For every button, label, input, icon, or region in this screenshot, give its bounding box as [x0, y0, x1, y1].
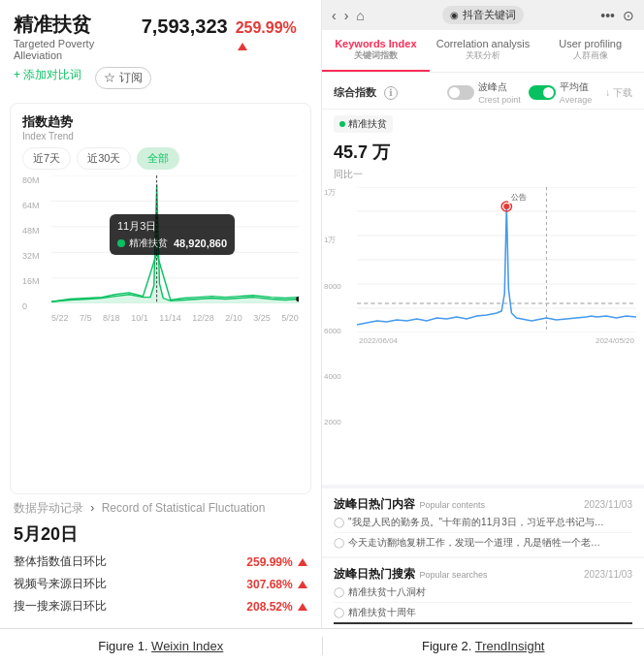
fluctuation-date: 5月20日 — [14, 522, 307, 546]
record-button[interactable]: ⊙ — [623, 8, 634, 23]
figure2-label: Figure 2. TrendInsight — [422, 639, 544, 653]
toggle-switch-average[interactable] — [529, 85, 556, 100]
nav-arrows: ‹ › ⌂ — [332, 8, 365, 23]
left-header: 精准扶贫 Targeted Poverty Alleviation 7,593,… — [0, 0, 321, 97]
content-icon-1: ◯ — [334, 517, 344, 527]
right-x-labels: 2022/06/04 2024/05/20 — [357, 336, 636, 345]
up-icon-2 — [298, 581, 307, 588]
popular-contents-section: 波峰日热门内容 Popular contents 2023/11/03 ◯ "我… — [322, 489, 644, 556]
popular-searches-header: 波峰日热门搜索 Popular searches 2023/11/03 — [334, 564, 632, 583]
search-icon-2: ◯ — [334, 607, 344, 617]
trendinsight-link[interactable]: TrendInsight — [475, 639, 545, 653]
announce-label: 公告 — [508, 191, 530, 204]
fluctuation-section: 数据异动记录 › Record of Statistical Fluctuati… — [0, 500, 321, 628]
popular-search-item-2: ◯ 精准扶贫十周年 — [334, 603, 632, 624]
top-bar-actions: ••• ⊙ — [600, 8, 634, 23]
stat-row-search: 搜一搜来源日环比 208.52% — [14, 598, 307, 615]
stat-row-overall: 整体指数值日环比 259.99% — [14, 553, 307, 570]
up-icon — [298, 558, 307, 566]
tooltip-dot-icon — [117, 239, 125, 247]
trend-up-icon — [238, 43, 247, 50]
forward-button[interactable]: › — [344, 8, 349, 23]
caption-bar: Figure 1. Weixin Index Figure 2. TrendIn… — [0, 628, 644, 663]
app-name-label: 抖音关键词 — [463, 8, 516, 22]
svg-point-19 — [503, 204, 509, 209]
tab-30days[interactable]: 近30天 — [77, 147, 131, 170]
add-compare-button[interactable]: + 添加对比词 — [14, 67, 81, 89]
badge-dot-icon — [339, 121, 345, 127]
index-value: 45.7 万 — [334, 142, 390, 162]
y-axis-labels: 80M64M48M32M16M0 — [22, 175, 51, 311]
popular-searches-subtitle: Popular searches — [419, 570, 487, 580]
stat-value-overall: 259.99% — [246, 555, 307, 569]
right-chart-area: 1万1万8000600040002000 — [322, 183, 644, 485]
breadcrumb-arrow: › — [90, 501, 97, 515]
weixin-index-link[interactable]: Weixin Index — [151, 639, 223, 653]
index-trend-chart-section: 指数趋势 Index Trend 近7天 近30天 全部 80M64M48M32… — [10, 103, 311, 494]
stat-label-overall: 整体指数值日环比 — [14, 553, 107, 570]
tab-label-correlation: Correlation analysis — [434, 38, 533, 49]
back-button[interactable]: ‹ — [332, 8, 337, 23]
popular-content-item-2: ◯ 今天走访翻地复耕工作，发现一个道理，凡是牺牲一个老… — [334, 533, 632, 552]
stat-row-video: 视频号来源日环比 307.68% — [14, 576, 307, 592]
index-label: 综合指数 — [334, 85, 376, 100]
line-chart: 80M64M48M32M16M0 — [22, 175, 299, 331]
popular-contents-date: 2023/11/03 — [584, 499, 632, 510]
tab-all[interactable]: 全部 — [137, 147, 179, 170]
stat-label-search: 搜一搜来源日环比 — [14, 598, 107, 615]
keyword-badge-row: 精准扶贫 — [322, 110, 644, 137]
subscribe-button[interactable]: ☆ 订阅 — [95, 67, 150, 89]
content-icon-2: ◯ — [334, 537, 344, 548]
keyword-subtitle: Targeted Poverty Alleviation — [14, 38, 142, 61]
home-button[interactable]: ⌂ — [356, 8, 364, 23]
index-bar: 综合指数 ℹ 波峰点Crest point 平均值Average ↓ 下载 — [322, 73, 644, 110]
chart-tooltip: 11月3日 精准扶贫 48,920,860 — [110, 214, 235, 255]
popular-searches-title: 波峰日热门搜索 — [334, 567, 415, 581]
right-content: 综合指数 ℹ 波峰点Crest point 平均值Average ↓ 下载 — [322, 73, 644, 628]
stat-value-video: 307.68% — [246, 578, 307, 591]
popular-content-item-1: ◯ "我是人民的勤务员。"十年前的11月3日，习近平总书记与… — [334, 513, 632, 533]
chart-title-en: Index Trend — [22, 131, 299, 142]
figure2-caption: Figure 2. TrendInsight — [323, 629, 645, 663]
popular-searches-date: 2023/11/03 — [584, 569, 632, 580]
tab-keywords-index[interactable]: Keywords Index 关键词指数 — [322, 30, 430, 72]
popular-contents-title: 波峰日热门内容 — [334, 497, 415, 511]
tab-label-profiling: User profiling — [540, 38, 640, 49]
right-panel: ‹ › ⌂ ◉ 抖音关键词 ••• ⊙ Keywords Index 关键词指数… — [322, 0, 644, 628]
app-name-bar: ◉ 抖音关键词 — [442, 6, 524, 24]
stat-value-search: 208.52% — [246, 600, 307, 614]
stat-percent: 259.99% — [236, 19, 307, 54]
toggle-average[interactable]: 平均值Average — [529, 80, 592, 105]
right-nav-tabs: Keywords Index 关键词指数 Correlation analysi… — [322, 30, 644, 73]
info-icon[interactable]: ℹ — [384, 86, 398, 100]
tab-7days[interactable]: 近7天 — [22, 147, 71, 170]
figure1-caption: Figure 1. Weixin Index — [0, 629, 322, 663]
search-icon-1: ◯ — [334, 586, 344, 597]
tab-correlation[interactable]: Correlation analysis 关联分析 — [430, 30, 537, 72]
compare-label: 同比一 — [334, 169, 363, 179]
up-icon-3 — [298, 603, 307, 611]
fluctuation-nav: 数据异动记录 › Record of Statistical Fluctuati… — [14, 500, 307, 517]
toggle-crest[interactable]: 波峰点Crest point — [447, 80, 521, 105]
stat-label-video: 视频号来源日环比 — [14, 576, 107, 592]
right-y-labels: 1万1万8000600040002000 — [324, 187, 341, 463]
time-tabs: 近7天 近30天 全部 — [22, 147, 299, 170]
tab-user-profiling[interactable]: User profiling 人群画像 — [536, 30, 644, 72]
keyword-badge-label: 精准扶贫 — [348, 117, 387, 131]
popular-searches-section: 波峰日热门搜索 Popular searches 2023/11/03 ◯ 精准… — [322, 558, 644, 628]
tab-label-keywords: Keywords Index — [326, 38, 426, 49]
value-display: 45.7 万 同比一 — [322, 137, 644, 183]
toggle-crest-label: 波峰点Crest point — [478, 80, 521, 105]
more-button[interactable]: ••• — [600, 8, 615, 23]
keyword-title: 精准扶贫 — [14, 12, 142, 38]
download-button[interactable]: ↓ 下载 — [605, 86, 632, 100]
chart-title: 指数趋势 — [22, 113, 299, 131]
right-chart-svg — [357, 187, 636, 332]
popular-search-item-1: ◯ 精准扶贫十八洞村 — [334, 583, 632, 603]
popular-contents-header: 波峰日热门内容 Popular contents 2023/11/03 — [334, 494, 632, 513]
toggle-average-label: 平均值Average — [560, 80, 592, 105]
tab-sub-profiling: 人群画像 — [540, 49, 640, 62]
stat-number: 7,593,323 — [142, 16, 228, 38]
left-panel: 精准扶贫 Targeted Poverty Alleviation 7,593,… — [0, 0, 322, 628]
app-logo-icon: ◉ — [450, 10, 459, 20]
